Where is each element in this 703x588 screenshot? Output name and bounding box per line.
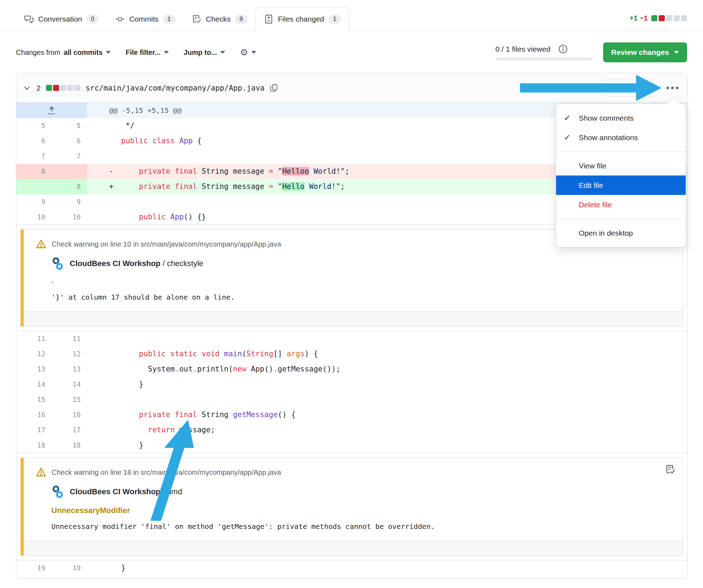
code-token: private final [139, 182, 197, 191]
changes-from-label: Changes from [16, 48, 61, 57]
diff-marker [87, 331, 121, 346]
line-number[interactable]: 16 [52, 407, 87, 422]
kebab-button[interactable] [664, 82, 681, 94]
jump-to-dropdown[interactable]: Jump to... [184, 48, 225, 57]
line-number[interactable]: 12 [16, 346, 52, 362]
line-number[interactable]: 7 [52, 149, 87, 164]
line-number[interactable]: 14 [16, 377, 52, 392]
menu-item-show-comments[interactable]: ✓ Show comments [556, 108, 686, 128]
line-number[interactable]: 11 [16, 331, 52, 346]
viewed-toggle-button[interactable]: Viewed [605, 80, 653, 97]
check-suite-name[interactable]: CloudBees CI Workshop [70, 487, 160, 496]
check-suite-name[interactable]: CloudBees CI Workshop [70, 259, 160, 268]
diff-marker [87, 560, 121, 576]
diff-marker [87, 377, 121, 392]
line-number[interactable]: 17 [16, 422, 52, 438]
menu-item-label: View file [579, 162, 606, 170]
line-number[interactable]: 7 [16, 149, 52, 164]
file-filter-dropdown[interactable]: File filter... [126, 48, 169, 57]
menu-item-edit-file[interactable]: Edit file [556, 175, 686, 195]
line-number[interactable]: 17 [52, 422, 87, 438]
line-number[interactable]: 16 [16, 407, 52, 422]
line-number[interactable]: 13 [16, 362, 52, 377]
line-number[interactable]: 13 [52, 362, 87, 377]
diffstat-block [681, 15, 687, 21]
chevron-down-icon [220, 51, 225, 54]
file-header: 2 src/main/java/com/mycompany/app/App.ja… [16, 73, 687, 103]
line-number[interactable]: 19 [16, 560, 52, 576]
chevron-down-icon [106, 51, 111, 54]
tab-commits[interactable]: Commits 1 [107, 7, 183, 31]
line-number[interactable]: 14 [52, 377, 87, 392]
code-line [121, 331, 687, 346]
diff-row: 1414 } [16, 377, 687, 392]
changes-from-dropdown[interactable]: Changes from all commits [16, 48, 111, 57]
code-token: String message [197, 182, 269, 191]
code-token: public [139, 213, 166, 221]
diffstat-block [53, 85, 59, 91]
tab-label: Conversation [38, 15, 82, 23]
code-token: App [170, 213, 184, 221]
line-number[interactable]: 6 [52, 133, 87, 149]
menu-item-label: Edit file [579, 181, 603, 190]
line-number[interactable]: 8 [16, 164, 52, 179]
line-number[interactable]: 9 [52, 194, 87, 209]
line-number[interactable]: 5 [16, 118, 52, 133]
checks-icon[interactable] [665, 464, 676, 475]
line-number[interactable]: 6 [16, 133, 52, 149]
code-token [121, 167, 139, 175]
menu-item-show-annotations[interactable]: ✓ Show annotations [556, 128, 686, 147]
tab-counter: 0 [86, 15, 99, 24]
line-number[interactable]: 12 [52, 346, 87, 362]
diff-row: 1717 return message; [16, 422, 687, 438]
diff-settings-dropdown[interactable]: ⚙ [240, 48, 256, 57]
line-number[interactable] [52, 164, 87, 179]
line-number[interactable]: 15 [52, 392, 87, 407]
diffstat-block [674, 15, 680, 21]
line-number[interactable]: 9 [16, 194, 52, 209]
file-diffstat-blocks [46, 85, 80, 91]
deletions-count: −1 [640, 14, 648, 22]
files-viewed-progress [496, 57, 593, 60]
code-line [121, 392, 687, 407]
line-number[interactable]: 19 [52, 560, 87, 576]
line-number[interactable]: 11 [52, 331, 87, 346]
annotation-title: Check warning on line 18 in src/main/jav… [52, 468, 281, 477]
file-changes-count: 2 [36, 84, 41, 92]
copy-icon[interactable] [270, 84, 278, 92]
line-number[interactable] [16, 179, 52, 194]
tab-files-changed[interactable]: Files changed 1 [256, 7, 349, 31]
jump-to-label: Jump to... [184, 48, 217, 57]
review-changes-button[interactable]: Review changes [603, 42, 687, 62]
code-token: = [269, 167, 273, 175]
line-number[interactable]: 5 [52, 118, 87, 133]
line-number[interactable]: 18 [52, 438, 87, 453]
code-token: ; [341, 182, 345, 191]
code-token: new [233, 365, 246, 373]
viewed-checkbox[interactable] [611, 84, 619, 92]
menu-item-view-file[interactable]: View file [556, 156, 686, 175]
code-token: } [121, 380, 143, 388]
tab-checks[interactable]: Checks 9 [184, 7, 256, 31]
line-number[interactable]: 8 [52, 179, 87, 194]
code-token [175, 137, 179, 145]
info-icon[interactable] [558, 44, 568, 54]
code-token: String [246, 350, 273, 358]
line-number[interactable]: 15 [16, 392, 52, 407]
menu-item-delete-file[interactable]: Delete file [556, 195, 686, 214]
checkmark-icon: ✓ [564, 133, 571, 142]
tab-conversation[interactable]: Conversation 0 [16, 7, 107, 31]
line-number[interactable]: 18 [16, 438, 52, 453]
collapse-file-chevron-icon[interactable] [23, 84, 31, 92]
diff-table: 1111 1212 public static void main(String… [16, 331, 687, 453]
code-token: Hello [282, 182, 304, 191]
diffstat-block [67, 85, 73, 91]
line-number[interactable]: 10 [52, 209, 87, 225]
line-number[interactable]: 10 [16, 209, 52, 225]
menu-item-open-in-desktop[interactable]: Open in desktop [556, 223, 686, 243]
expand-diff-button[interactable] [16, 103, 87, 118]
menu-item-label: Show comments [579, 114, 634, 122]
review-changes-label: Review changes [611, 48, 669, 57]
code-token: public static void [139, 350, 220, 358]
code-token: */ [121, 121, 135, 130]
